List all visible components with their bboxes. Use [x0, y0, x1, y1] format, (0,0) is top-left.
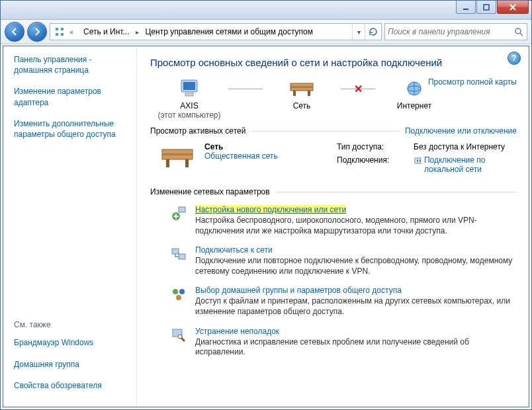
map-pc-label: AXIS: [150, 101, 228, 110]
task-description: Диагностика и исправление сетевых пробле…: [195, 337, 514, 358]
task-new-connection[interactable]: Настройка нового подключения или сети На…: [150, 200, 517, 241]
navbar: « Сеть и Инт... ▸ Центр управления сетям…: [1, 20, 531, 44]
connection-link[interactable]: Подключение по локальной сети: [414, 155, 514, 174]
svg-rect-26: [179, 207, 185, 212]
task-description: Настройка беспроводного, широкополосного…: [195, 216, 514, 236]
svg-rect-14: [308, 91, 310, 96]
breadcrumb-label: Центр управления сетями и общим доступом: [145, 27, 313, 36]
svg-rect-1: [484, 5, 489, 10]
svg-point-33: [178, 335, 182, 339]
sidebar-link-firewall[interactable]: Брандмауэр Windows: [14, 337, 130, 348]
svg-rect-23: [417, 159, 418, 162]
network-info: Сеть Общественная сеть: [204, 142, 328, 161]
view-full-map-link[interactable]: Просмотр полной карты: [428, 77, 517, 87]
task-homegroup[interactable]: Выбор домашней группы и параметров общег…: [150, 281, 517, 321]
sidebar-link-advanced-sharing[interactable]: Изменить дополнительные параметры общего…: [14, 118, 130, 140]
bench-icon: [289, 81, 314, 97]
svg-rect-18: [162, 149, 193, 154]
sidebar-link-adapter-settings[interactable]: Изменение параметров адаптера: [14, 86, 130, 107]
maximize-icon: [483, 4, 490, 11]
connections-label: Подключения:: [337, 155, 410, 174]
access-type-value: Без доступа к Интернету: [414, 142, 514, 151]
svg-rect-21: [185, 159, 189, 167]
search-icon[interactable]: [511, 26, 527, 37]
connect-icon: [171, 246, 187, 262]
network-map: AXIS (этот компьютер) Сеть ✕: [150, 77, 517, 120]
tasks-list: Настройка нового подключения или сети На…: [150, 200, 517, 362]
forward-button[interactable]: [27, 22, 47, 42]
map-node-pc: AXIS (этот компьютер): [150, 77, 228, 120]
task-title[interactable]: Подключиться к сети: [195, 245, 273, 255]
connection-error-icon: ✕: [354, 83, 363, 95]
svg-rect-13: [293, 91, 296, 96]
computer-icon: [179, 79, 200, 99]
sidebar-link-home[interactable]: Панель управления - домашняя страница: [14, 54, 130, 75]
svg-rect-20: [166, 159, 169, 167]
access-type-label: Тип доступа:: [337, 142, 410, 151]
svg-rect-9: [183, 82, 195, 90]
connect-disconnect-link[interactable]: Подключение или отключение: [405, 126, 517, 136]
task-troubleshoot[interactable]: Устранение неполадок Диагностика и испра…: [150, 322, 517, 362]
breadcrumb-chevron-icon[interactable]: «: [67, 24, 75, 40]
network-category-icon: [159, 142, 195, 173]
task-description: Подключение или повторное подключение к …: [195, 256, 514, 276]
section-title: Просмотр активных сетей: [150, 126, 245, 136]
task-title[interactable]: Устранение неполадок: [195, 327, 279, 336]
task-connect-network[interactable]: Подключиться к сети Подключение или повт…: [150, 241, 517, 281]
svg-rect-11: [290, 83, 313, 87]
ethernet-icon: [414, 155, 421, 166]
minimize-button[interactable]: [456, 1, 476, 14]
network-name: Сеть: [204, 142, 328, 151]
maximize-button[interactable]: [476, 1, 496, 14]
page-title: Просмотр основных сведений о сети и наст…: [150, 57, 517, 68]
search-input[interactable]: [385, 27, 511, 36]
task-title[interactable]: Настройка нового подключения или сети: [195, 205, 346, 214]
breadcrumb-root[interactable]: «: [50, 24, 79, 40]
connection-name: Подключение по локальной сети: [424, 155, 514, 174]
breadcrumb-label: Сеть и Инт...: [83, 27, 129, 36]
svg-rect-19: [162, 155, 193, 159]
breadcrumb-level2[interactable]: Центр управления сетями и общим доступом: [141, 24, 317, 40]
sidebar-link-internet-options[interactable]: Свойства обозревателя: [14, 380, 130, 391]
breadcrumb-level1[interactable]: Сеть и Инт...: [79, 24, 133, 40]
titlebar: [1, 1, 531, 20]
network-type-link[interactable]: Общественная сеть: [204, 151, 328, 161]
close-button[interactable]: [497, 1, 529, 14]
map-node-network: Сеть: [263, 77, 341, 110]
new-connection-icon: [171, 206, 187, 222]
window: « Сеть и Инт... ▸ Центр управления сетям…: [0, 0, 532, 410]
svg-rect-4: [56, 33, 58, 36]
task-title[interactable]: Выбор домашней группы и параметров общег…: [195, 286, 402, 295]
refresh-button[interactable]: [365, 24, 381, 40]
task-description: Доступ к файлам и принтерам, расположенн…: [195, 296, 514, 317]
main-panel: ? Просмотр основных сведений о сети и на…: [137, 46, 529, 407]
address-bar[interactable]: « Сеть и Инт... ▸ Центр управления сетям…: [50, 23, 382, 40]
address-dropdown[interactable]: ▾: [352, 24, 365, 40]
homegroup-icon: [171, 286, 187, 302]
svg-point-31: [176, 295, 181, 300]
svg-rect-5: [61, 33, 64, 36]
svg-line-7: [520, 33, 523, 36]
sidebar: Панель управления - домашняя страница Из…: [3, 46, 137, 407]
svg-rect-3: [61, 28, 64, 30]
sidebar-link-homegroup[interactable]: Домашняя группа: [14, 359, 130, 370]
svg-rect-10: [185, 93, 193, 96]
breadcrumb-chevron-icon[interactable]: ▸: [133, 24, 141, 40]
globe-icon: [406, 81, 422, 97]
map-link: [228, 77, 263, 100]
map-internet-label: Интернет: [375, 101, 453, 110]
map-link-broken: ✕: [341, 77, 375, 100]
refresh-icon: [368, 26, 378, 37]
help-button[interactable]: ?: [508, 52, 521, 65]
active-networks-header: Просмотр активных сетей Подключение или …: [150, 126, 517, 136]
search-box[interactable]: [384, 23, 527, 40]
map-pc-sublabel: (этот компьютер): [150, 110, 228, 120]
control-panel-icon: [54, 26, 65, 37]
close-icon: [509, 4, 517, 11]
svg-point-6: [515, 28, 521, 34]
troubleshoot-icon: [171, 327, 187, 343]
svg-rect-12: [290, 87, 313, 91]
window-buttons: [455, 1, 529, 14]
see-also-header: См. также: [14, 320, 130, 329]
back-button[interactable]: [5, 22, 24, 42]
